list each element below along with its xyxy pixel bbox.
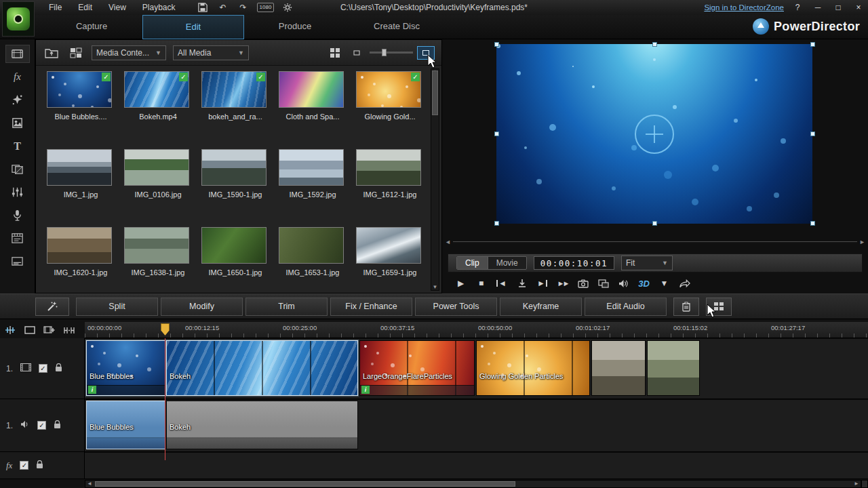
library-item[interactable]: Cloth and Spa... (279, 71, 347, 149)
library-thumbnail[interactable] (356, 227, 421, 264)
audio-mixing-room-icon[interactable] (5, 183, 30, 201)
zoom-slider-thumb[interactable] (382, 49, 387, 56)
fx-track-lane[interactable] (85, 452, 868, 479)
library-thumbnail[interactable] (124, 227, 189, 264)
toolbar-button-split[interactable]: Split (76, 298, 158, 316)
library-thumbnail[interactable] (201, 227, 267, 264)
audio-track-lane[interactable]: Blue BubblesBokeh (85, 399, 868, 452)
pip-objects-room-icon[interactable] (5, 114, 30, 132)
fast-forward-button[interactable]: ►► (555, 277, 570, 290)
timeline-ruler[interactable]: 00:00:00:0000:00:12:1500:00:25:0000:00:3… (85, 322, 868, 338)
snapshot-camera-icon[interactable] (575, 277, 591, 290)
timeline-video-clip[interactable] (591, 340, 646, 396)
library-item[interactable]: IMG_1638-1.jpg (124, 227, 192, 292)
library-thumbnail[interactable]: ✓ (201, 71, 267, 108)
timeline-hscrollbar[interactable]: ◄ ► (85, 480, 861, 488)
timecode-display[interactable]: 00:00:10:01 (534, 256, 614, 270)
toolbar-button-keyframe[interactable]: Keyframe (500, 298, 582, 316)
close-button[interactable]: × (852, 3, 865, 12)
toolbar-button-trim[interactable]: Trim (245, 298, 328, 316)
clip-toggle-button[interactable]: Clip (457, 257, 488, 269)
3d-mode-button[interactable]: 3D (636, 277, 652, 290)
large-thumbnail-button[interactable] (417, 46, 435, 60)
help-button[interactable]: ? (791, 3, 804, 12)
library-thumbnail[interactable] (47, 149, 112, 186)
minimize-button[interactable]: ─ (811, 3, 825, 12)
resolution-badge[interactable]: 1080 (257, 3, 275, 12)
library-thumbnail[interactable] (356, 149, 421, 186)
selection-handle[interactable] (810, 131, 815, 136)
scrollbar-thumb[interactable] (432, 70, 438, 115)
seek-left-icon[interactable]: ◄ (445, 239, 451, 245)
menu-file[interactable]: File (41, 3, 70, 12)
signin-directorzone-link[interactable]: Sign in to DirectorZone (704, 3, 784, 12)
selection-handle[interactable] (810, 42, 815, 47)
stop-button[interactable]: ■ (473, 277, 489, 290)
library-item[interactable]: ✓bokeh_and_ra... (201, 71, 269, 149)
title-room-icon[interactable]: T (5, 137, 30, 155)
preview-seek-bar[interactable]: ◄ ► (445, 238, 865, 246)
track-enable-checkbox[interactable]: ✓ (39, 364, 47, 373)
library-thumbnail[interactable]: ✓ (124, 71, 189, 108)
video-track-lane[interactable]: Blue BubblesiBokehLargeOrangeFlarePartic… (85, 338, 868, 399)
timeline-video-clip[interactable]: Blue Bubblesi (86, 340, 165, 396)
track-view-icon[interactable] (22, 324, 37, 336)
selection-handle[interactable] (494, 42, 499, 47)
range-select-tool-icon[interactable] (3, 324, 18, 336)
movie-toggle-button[interactable]: Movie (488, 257, 526, 269)
library-item[interactable]: IMG_1612-1.jpg (356, 149, 424, 227)
grid-view-icon[interactable] (326, 45, 344, 60)
previous-frame-button[interactable]: ◄ (494, 277, 509, 290)
next-frame-button[interactable]: ► (534, 277, 550, 290)
zoom-fit-dropdown[interactable]: Fit▼ (621, 256, 673, 270)
selection-handle[interactable] (494, 131, 499, 136)
library-thumbnail[interactable]: ✓ (47, 71, 112, 108)
seek-right-icon[interactable]: ► (859, 239, 865, 245)
transition-room-icon[interactable] (5, 160, 30, 178)
selection-handle[interactable] (652, 221, 657, 226)
maximize-button[interactable]: □ (831, 3, 845, 12)
timeline-video-clip[interactable]: Bokeh (166, 340, 358, 396)
preview-window-icon[interactable] (595, 277, 611, 290)
voiceover-room-icon[interactable] (5, 206, 30, 224)
preview-frame[interactable] (496, 44, 812, 224)
save-icon[interactable] (196, 2, 210, 13)
redo-icon[interactable]: ↷ (237, 2, 250, 13)
tab-produce[interactable]: Produce (244, 15, 346, 39)
menu-edit[interactable]: Edit (70, 3, 100, 12)
library-item[interactable]: ✓Glowing Gold... (356, 71, 424, 149)
library-item[interactable]: IMG_1653-1.jpg (279, 227, 347, 292)
toolbar-button-edit-audio[interactable]: Edit Audio (585, 298, 667, 316)
track-enable-checkbox[interactable]: ✓ (20, 461, 28, 470)
timeline-audio-clip[interactable]: Bokeh (166, 401, 358, 449)
library-item[interactable]: IMG_1592.jpg (279, 149, 347, 227)
timeline-video-clip[interactable] (647, 340, 700, 396)
track-lock-icon[interactable] (54, 420, 61, 431)
delete-trash-button[interactable] (673, 298, 699, 316)
scroll-left-icon[interactable]: ◄ (87, 481, 92, 487)
scroll-down-icon[interactable]: ▼ (431, 284, 439, 290)
scroll-right-icon[interactable]: ► (854, 481, 859, 487)
library-scrollbar[interactable]: ▲ ▼ (431, 68, 439, 291)
seek-to-button[interactable] (514, 277, 530, 290)
menu-playback[interactable]: Playback (134, 3, 184, 12)
timeline-audio-clip[interactable]: Blue Bubbles (86, 401, 165, 449)
small-thumbnail-icon[interactable] (348, 45, 366, 60)
settings-gear-icon[interactable] (281, 2, 294, 13)
toolbar-button-fix-enhance[interactable]: Fix / Enhance (330, 298, 412, 316)
media-content-dropdown[interactable]: Media Conte...▼ (92, 45, 166, 60)
library-item[interactable]: IMG_1590-1.jpg (201, 149, 269, 227)
track-enable-checkbox[interactable]: ✓ (37, 421, 46, 430)
add-track-icon[interactable] (42, 324, 57, 336)
chapter-room-icon[interactable] (5, 229, 30, 247)
library-item[interactable]: IMG_1659-1.jpg (356, 227, 424, 292)
tab-capture[interactable]: Capture (41, 15, 142, 39)
library-thumbnail[interactable] (47, 227, 112, 264)
track-lock-icon[interactable] (36, 460, 43, 471)
media-filter-dropdown[interactable]: All Media▼ (173, 45, 249, 60)
3d-dropdown-icon[interactable]: ▼ (656, 277, 672, 290)
import-media-icon[interactable] (43, 45, 60, 60)
library-thumbnail[interactable]: ✓ (356, 71, 421, 108)
selection-handle[interactable] (652, 42, 657, 47)
timeline-video-clip[interactable]: LargeOrangeFlareParticlesi (359, 340, 475, 396)
